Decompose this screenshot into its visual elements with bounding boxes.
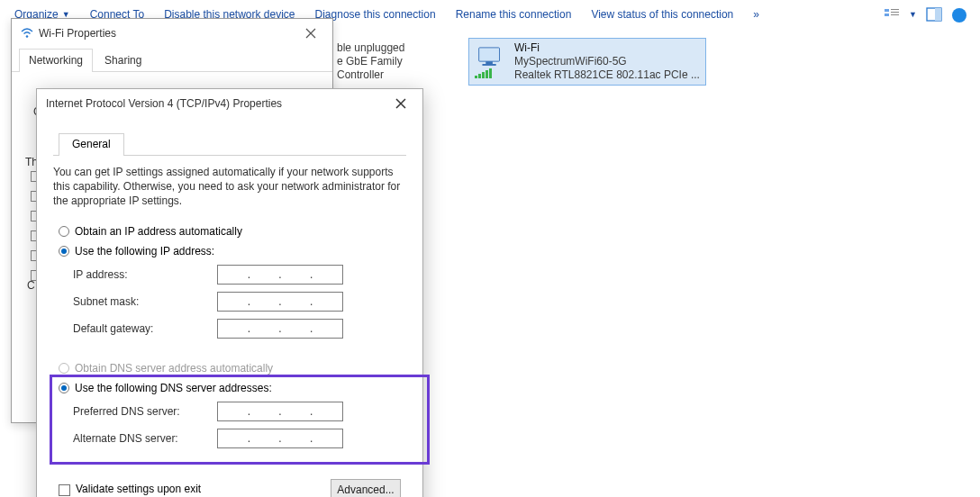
close-icon[interactable] — [388, 94, 413, 113]
tab-general[interactable]: General — [59, 133, 124, 156]
validate-checkbox[interactable]: Validate settings upon exit — [59, 483, 201, 495]
preview-pane-icon[interactable] — [926, 7, 942, 22]
ipv4-title: Internet Protocol Version 4 (TCP/IPv4) P… — [46, 97, 388, 110]
pref-dns-label: Preferred DNS server: — [73, 405, 217, 418]
svg-rect-10 — [482, 64, 495, 66]
toolbar-rename[interactable]: Rename this connection — [447, 5, 581, 24]
radio-icon — [59, 246, 69, 257]
tab-sharing[interactable]: Sharing — [95, 49, 151, 72]
view-options-icon[interactable] — [884, 7, 900, 22]
svg-rect-9 — [485, 61, 493, 64]
alt-dns-label: Alternate DNS server: — [73, 432, 217, 445]
svg-rect-6 — [935, 8, 941, 21]
adapter-hw: Realtek RTL8821CE 802.11ac PCIe ... — [514, 68, 700, 82]
adapter-status: ble unplugged — [337, 41, 443, 55]
toolbar-right: ▼ — [884, 7, 975, 22]
validate-row: Validate settings upon exit Advanced... — [53, 474, 406, 497]
subnet-label: Subnet mask: — [73, 295, 217, 308]
adapter-wifi[interactable]: Wi-Fi MySpectrumWiFi60-5G Realtek RTL882… — [468, 38, 706, 86]
subnet-input[interactable]: ... — [217, 292, 343, 312]
wifi-titlebar[interactable]: Wi-Fi Properties — [12, 19, 332, 48]
dns-fields: Preferred DNS server: ... Alternate DNS … — [53, 398, 406, 457]
signal-bars-icon — [475, 68, 507, 77]
adapter-hw: e GbE Family Controller — [337, 55, 443, 82]
ip-fields: IP address: ... Subnet mask: ... Default… — [53, 261, 406, 348]
adapter-title: Wi-Fi — [514, 41, 700, 55]
peek-label: C — [27, 279, 35, 292]
chevron-down-icon[interactable]: ▼ — [909, 10, 917, 19]
alt-dns-input[interactable]: ... — [217, 429, 343, 448]
adapter-ethernet[interactable]: ble unplugged e GbE Family Controller — [331, 38, 449, 86]
radio-icon — [59, 363, 69, 374]
pref-dns-input[interactable]: ... — [217, 402, 343, 421]
radio-label: Use the following DNS server addresses: — [75, 382, 272, 394]
gateway-input[interactable]: ... — [217, 319, 343, 339]
ipv4-help-text: You can get IP settings assigned automat… — [53, 165, 406, 209]
svg-rect-4 — [891, 14, 899, 15]
adapter-text: ble unplugged e GbE Family Controller — [337, 41, 443, 82]
help-icon[interactable] — [951, 7, 967, 22]
svg-rect-8 — [479, 47, 500, 60]
radio-label: Use the following IP address: — [75, 245, 214, 258]
ipv4-titlebar[interactable]: Internet Protocol Version 4 (TCP/IPv4) P… — [37, 89, 422, 118]
radio-ip-auto[interactable]: Obtain an IP address automatically — [53, 221, 406, 241]
ip-address-label: IP address: — [73, 268, 217, 281]
toolbar-overflow[interactable]: » — [744, 5, 768, 24]
wifi-adapter-icon — [475, 46, 507, 78]
svg-rect-2 — [891, 9, 899, 10]
wifi-tabs: Networking Sharing — [12, 48, 332, 72]
validate-label: Validate settings upon exit — [76, 483, 201, 495]
ipv4-body: General You can get IP settings assigned… — [37, 118, 422, 497]
radio-dns-auto: Obtain DNS server address automatically — [53, 358, 406, 378]
wifi-icon — [21, 27, 33, 40]
tab-networking[interactable]: Networking — [19, 49, 93, 72]
radio-label: Obtain an IP address automatically — [75, 225, 242, 238]
toolbar-view-status[interactable]: View status of this connection — [582, 5, 742, 24]
svg-rect-1 — [885, 14, 889, 16]
radio-label: Obtain DNS server address automatically — [75, 362, 273, 375]
radio-dns-manual[interactable]: Use the following DNS server addresses: — [53, 378, 406, 398]
close-icon[interactable] — [298, 23, 323, 43]
adapter-text: Wi-Fi MySpectrumWiFi60-5G Realtek RTL882… — [514, 41, 700, 82]
ip-group: Obtain an IP address automatically Use t… — [53, 221, 406, 348]
dns-group: Obtain DNS server address automatically … — [53, 358, 406, 463]
ip-address-input[interactable]: ... — [217, 265, 343, 285]
wifi-title: Wi-Fi Properties — [39, 27, 298, 40]
svg-rect-3 — [891, 12, 899, 13]
advanced-button[interactable]: Advanced... — [331, 479, 401, 497]
radio-ip-manual[interactable]: Use the following IP address: — [53, 241, 406, 261]
checkbox-icon — [59, 484, 70, 496]
svg-point-11 — [26, 35, 29, 38]
adapter-list: ble unplugged e GbE Family Controller Wi… — [331, 38, 706, 86]
ipv4-tabs: General — [53, 132, 406, 156]
svg-point-7 — [952, 8, 966, 23]
svg-rect-0 — [885, 9, 889, 12]
ipv4-properties-dialog: Internet Protocol Version 4 (TCP/IPv4) P… — [36, 88, 423, 497]
radio-icon — [59, 383, 69, 393]
adapter-ssid: MySpectrumWiFi60-5G — [514, 55, 700, 68]
gateway-label: Default gateway: — [73, 322, 217, 335]
radio-icon — [59, 226, 69, 237]
